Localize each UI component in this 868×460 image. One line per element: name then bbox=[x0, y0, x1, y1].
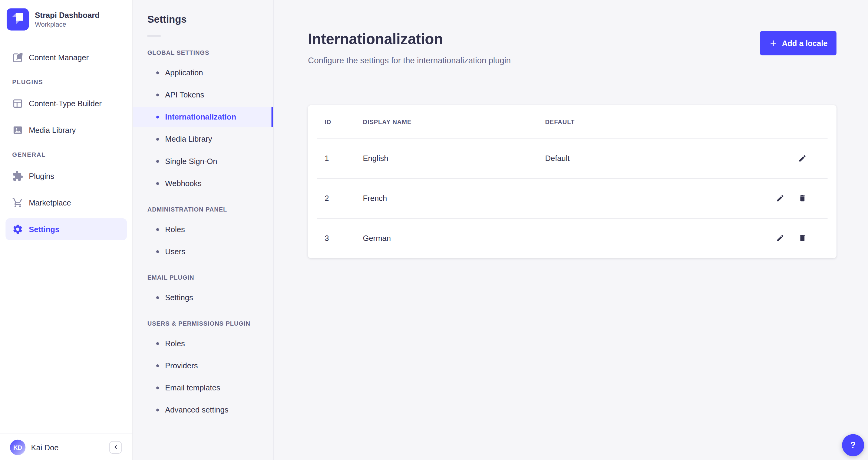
add-locale-button-label: Add a locale bbox=[782, 39, 828, 47]
subnav-item-up-advanced-settings[interactable]: Advanced settings bbox=[133, 400, 273, 420]
add-locale-button[interactable]: Add a locale bbox=[760, 31, 836, 55]
subnav-section-label: USERS & PERMISSIONS PLUGIN bbox=[148, 320, 273, 327]
delete-trash-icon bbox=[798, 234, 806, 242]
subnav-section-label: EMAIL PLUGIN bbox=[148, 274, 273, 281]
app-viewport: Strapi Dashboard Workplace Content Manag… bbox=[0, 0, 868, 460]
cell-id: 2 bbox=[324, 194, 329, 202]
sidebar-item-settings[interactable]: Settings bbox=[5, 218, 127, 240]
edit-locale-button[interactable] bbox=[773, 231, 786, 245]
avatar[interactable]: KD bbox=[10, 439, 25, 455]
delete-locale-button[interactable] bbox=[795, 231, 809, 245]
subnav-item-label: API Tokens bbox=[165, 90, 204, 99]
subnav-item-label: Providers bbox=[165, 361, 198, 370]
strapi-logo-icon bbox=[7, 8, 29, 30]
table-row-english[interactable]: 1 English Default bbox=[308, 138, 837, 178]
marketplace-cart-icon bbox=[12, 197, 23, 208]
user-name: Kai Doe bbox=[31, 443, 58, 452]
page-header: Internationalization Configure the setti… bbox=[274, 0, 868, 65]
help-button[interactable]: ? bbox=[842, 434, 864, 456]
column-header-display-name: DISPLAY NAME bbox=[363, 119, 411, 125]
plus-icon bbox=[769, 39, 777, 47]
sidebar-item-content-type-builder[interactable]: Content-Type Builder bbox=[5, 93, 127, 115]
cell-display-name: French bbox=[363, 194, 387, 202]
subnav-item-label: Single Sign-On bbox=[165, 157, 217, 166]
cell-display-name: German bbox=[363, 234, 391, 242]
page-title: Internationalization bbox=[308, 31, 511, 48]
subnav-item-email-settings[interactable]: Settings bbox=[133, 288, 273, 307]
subnav-item-label: Email templates bbox=[165, 383, 220, 392]
subnav-item-label: Webhooks bbox=[165, 179, 202, 188]
strapi-admin-app: Strapi Dashboard Workplace Content Manag… bbox=[0, 0, 868, 460]
sidebar-nav: Content Manager PLUGINS Content-Type Bui… bbox=[0, 39, 132, 434]
sidebar-item-label: Plugins bbox=[29, 172, 54, 180]
subnav-item-webhooks[interactable]: Webhooks bbox=[133, 173, 273, 193]
workspace-switcher[interactable]: Strapi Dashboard Workplace bbox=[0, 0, 132, 39]
sidebar-item-label: Content-Type Builder bbox=[29, 99, 102, 108]
sidebar-item-label: Settings bbox=[29, 225, 59, 234]
page-subtitle: Configure the settings for the internati… bbox=[308, 55, 511, 65]
edit-pencil-icon bbox=[776, 234, 784, 242]
sidebar-item-plugins[interactable]: Plugins bbox=[5, 165, 127, 187]
subnav-item-api-tokens[interactable]: API Tokens bbox=[133, 85, 273, 105]
subnav-section-administration-panel: ADMINISTRATION PANEL Roles Users bbox=[133, 206, 273, 261]
subnav-item-label: Internationalization bbox=[165, 112, 236, 121]
sidebar-item-label: Marketplace bbox=[29, 198, 71, 207]
table-row-french[interactable]: 2 French bbox=[308, 178, 837, 218]
column-header-id: ID bbox=[324, 119, 331, 125]
settings-gear-icon bbox=[12, 224, 23, 235]
table-header-row: ID DISPLAY NAME DEFAULT bbox=[308, 105, 837, 139]
sidebar-item-content-manager[interactable]: Content Manager bbox=[5, 46, 127, 69]
subnav-section-label: GLOBAL SETTINGS bbox=[148, 49, 273, 56]
subnav-item-internationalization[interactable]: Internationalization bbox=[133, 107, 273, 127]
subnav-item-admin-users[interactable]: Users bbox=[133, 241, 273, 261]
subnav-title: Settings bbox=[148, 13, 273, 25]
cell-id: 3 bbox=[324, 234, 329, 242]
edit-locale-button[interactable] bbox=[795, 152, 809, 165]
edit-pencil-icon bbox=[776, 194, 784, 202]
subnav-item-up-email-templates[interactable]: Email templates bbox=[133, 378, 273, 398]
subnav-item-admin-roles[interactable]: Roles bbox=[133, 220, 273, 239]
main-content: Internationalization Configure the setti… bbox=[274, 0, 868, 460]
subnav-item-up-roles[interactable]: Roles bbox=[133, 333, 273, 353]
subnav-section-global-settings: GLOBAL SETTINGS Application API Tokens I… bbox=[133, 49, 273, 193]
subnav-item-label: Advanced settings bbox=[165, 405, 228, 414]
workspace-subtitle: Workplace bbox=[35, 20, 100, 29]
delete-locale-button[interactable] bbox=[795, 192, 809, 205]
workspace-title: Strapi Dashboard bbox=[35, 10, 100, 20]
locales-table: ID DISPLAY NAME DEFAULT 1 English Defaul… bbox=[308, 105, 837, 258]
subnav-item-label: Users bbox=[165, 247, 185, 256]
sidebar-item-label: Content Manager bbox=[29, 53, 89, 62]
settings-subnav: Settings GLOBAL SETTINGS Application API… bbox=[133, 0, 274, 460]
subnav-section-label: ADMINISTRATION PANEL bbox=[148, 206, 273, 213]
sidebar-item-label: Media Library bbox=[29, 126, 76, 134]
column-header-default: DEFAULT bbox=[545, 119, 575, 125]
subnav-item-media-library[interactable]: Media Library bbox=[133, 129, 273, 149]
sidebar-section-general-label: GENERAL bbox=[12, 151, 120, 158]
table-row-german[interactable]: 3 German bbox=[308, 218, 837, 258]
subnav-section-users-permissions-plugin: USERS & PERMISSIONS PLUGIN Roles Provide… bbox=[133, 320, 273, 420]
sidebar-footer: KD Kai Doe bbox=[0, 434, 132, 460]
subnav-item-up-providers[interactable]: Providers bbox=[133, 356, 273, 375]
edit-locale-button[interactable] bbox=[773, 192, 786, 205]
media-library-icon bbox=[12, 125, 23, 136]
page-header-text: Internationalization Configure the setti… bbox=[308, 31, 511, 65]
subnav-divider bbox=[148, 35, 161, 37]
edit-pencil-icon bbox=[798, 154, 806, 163]
subnav-item-label: Application bbox=[165, 68, 203, 77]
content-manager-icon bbox=[12, 52, 23, 63]
sidebar-item-media-library[interactable]: Media Library bbox=[5, 119, 127, 141]
brand-text: Strapi Dashboard Workplace bbox=[35, 10, 100, 29]
sidebar-item-marketplace[interactable]: Marketplace bbox=[5, 192, 127, 213]
cell-display-name: English bbox=[363, 154, 388, 163]
cell-id: 1 bbox=[324, 154, 329, 163]
cell-default: Default bbox=[545, 154, 569, 163]
chevron-left-icon bbox=[112, 444, 119, 451]
subnav-item-label: Roles bbox=[165, 339, 185, 348]
main-sidebar: Strapi Dashboard Workplace Content Manag… bbox=[0, 0, 133, 460]
subnav-item-single-sign-on[interactable]: Single Sign-On bbox=[133, 151, 273, 171]
subnav-item-label: Media Library bbox=[165, 135, 212, 143]
subnav-item-application[interactable]: Application bbox=[133, 63, 273, 83]
content-type-builder-icon bbox=[12, 98, 23, 109]
collapse-sidebar-button[interactable] bbox=[109, 440, 122, 453]
delete-trash-icon bbox=[798, 194, 806, 202]
